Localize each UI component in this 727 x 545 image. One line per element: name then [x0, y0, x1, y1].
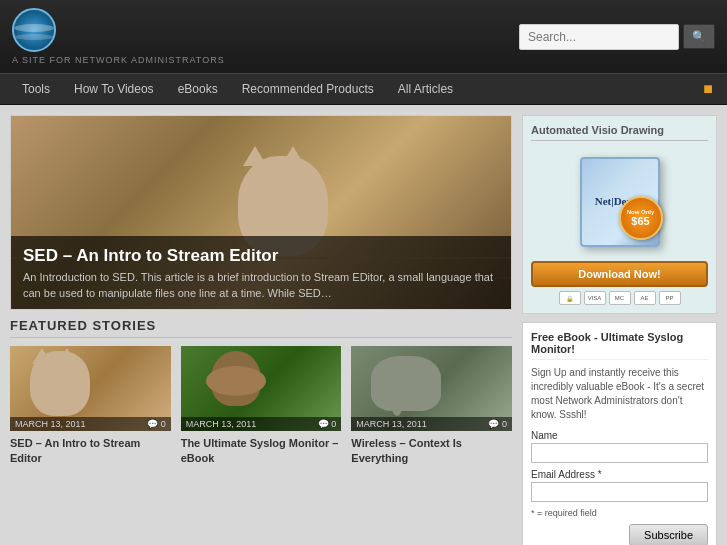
required-note: * = required field — [531, 508, 708, 518]
visio-title: Automated Visio Drawing — [531, 124, 708, 141]
story-meta-1: March 13, 2011 💬 0 — [10, 417, 171, 431]
name-input[interactable] — [531, 443, 708, 463]
rss-icon[interactable]: ■ — [699, 76, 717, 102]
price-badge: Now Only $65 — [619, 196, 663, 240]
story-date-3: March 13, 2011 — [356, 419, 427, 429]
search-input[interactable] — [519, 24, 679, 50]
story-date-1: March 13, 2011 — [15, 419, 86, 429]
hero-title: SED – An Intro to Stream Editor — [23, 246, 499, 266]
price-value: $65 — [631, 215, 649, 227]
hero-overlay: SED – An Intro to Stream Editor An Intro… — [11, 236, 511, 309]
story-card-1[interactable]: March 13, 2011 💬 0 SED – An Intro to Str… — [10, 346, 171, 467]
download-button[interactable]: Download Now! — [531, 261, 708, 287]
story-title-3: Wireless – Context Is Everything — [351, 436, 512, 467]
story-date-2: March 13, 2011 — [186, 419, 257, 429]
search-area: 🔍 — [519, 24, 715, 50]
price-prefix: Now Only — [627, 209, 655, 216]
hero-section[interactable]: SED – An Intro to Stream Editor An Intro… — [10, 115, 512, 310]
ebook-panel: Free eBook - Ultimate Syslog Monitor! Si… — [522, 322, 717, 545]
featured-header: Featured Stories — [10, 310, 512, 338]
header: A SITE FOR NETWORK ADMINISTRATORS 🔍 — [0, 0, 727, 73]
nav-tools[interactable]: Tools — [10, 74, 62, 104]
amex-icon: AE — [634, 291, 656, 305]
visio-box-image: Net|Depict Now Only $65 — [531, 147, 708, 257]
story-meta-2: March 13, 2011 💬 0 — [181, 417, 342, 431]
main-nav: Tools How To Videos eBooks Recommended P… — [0, 73, 727, 105]
story-comments-1: 💬 0 — [147, 419, 166, 429]
payment-icons: 🔒 VISA MC AE PP — [531, 291, 708, 305]
story-meta-3: March 13, 2011 💬 0 — [351, 417, 512, 431]
story-title-1: SED – An Intro to Stream Editor — [10, 436, 171, 467]
sidebar: Automated Visio Drawing Net|Depict Now O… — [522, 115, 717, 545]
story-thumb-1: March 13, 2011 💬 0 — [10, 346, 171, 431]
subscribe-button[interactable]: Subscribe — [629, 524, 708, 545]
story-title-2: The Ultimate Syslog Monitor – eBook — [181, 436, 342, 467]
ebook-title: Free eBook - Ultimate Syslog Monitor! — [531, 331, 708, 360]
story-thumb-3: March 13, 2011 💬 0 — [351, 346, 512, 431]
net-depict-box: Net|Depict Now Only $65 — [580, 157, 660, 247]
site-tagline: A SITE FOR NETWORK ADMINISTRATORS — [12, 55, 225, 65]
main-container: SED – An Intro to Stream Editor An Intro… — [0, 105, 727, 545]
pp-icon: PP — [659, 291, 681, 305]
story-comments-2: 💬 0 — [318, 419, 337, 429]
nav-how-to-videos[interactable]: How To Videos — [62, 74, 166, 104]
story-comments-3: 💬 0 — [488, 419, 507, 429]
nav-all-articles[interactable]: All Articles — [386, 74, 465, 104]
story-card-2[interactable]: March 13, 2011 💬 0 The Ultimate Syslog M… — [181, 346, 342, 467]
search-button[interactable]: 🔍 — [683, 24, 715, 49]
mc-icon: MC — [609, 291, 631, 305]
logo-area: A SITE FOR NETWORK ADMINISTRATORS — [12, 8, 225, 65]
name-label: Name — [531, 430, 708, 441]
ebook-description: Sign Up and instantly receive this incre… — [531, 366, 708, 422]
hero-excerpt: An Introduction to SED. This article is … — [23, 270, 499, 301]
nav-links: Tools How To Videos eBooks Recommended P… — [10, 74, 465, 104]
content-area: SED – An Intro to Stream Editor An Intro… — [10, 115, 512, 545]
email-label: Email Address * — [531, 469, 708, 480]
visa-icon: VISA — [584, 291, 606, 305]
story-thumb-2: March 13, 2011 💬 0 — [181, 346, 342, 431]
nav-recommended[interactable]: Recommended Products — [230, 74, 386, 104]
logo-icon[interactable] — [12, 8, 56, 52]
visio-ad: Automated Visio Drawing Net|Depict Now O… — [522, 115, 717, 314]
nav-ebooks[interactable]: eBooks — [166, 74, 230, 104]
secure-icon: 🔒 — [559, 291, 581, 305]
email-input[interactable] — [531, 482, 708, 502]
story-grid: March 13, 2011 💬 0 SED – An Intro to Str… — [10, 346, 512, 467]
story-card-3[interactable]: March 13, 2011 💬 0 Wireless – Context Is… — [351, 346, 512, 467]
